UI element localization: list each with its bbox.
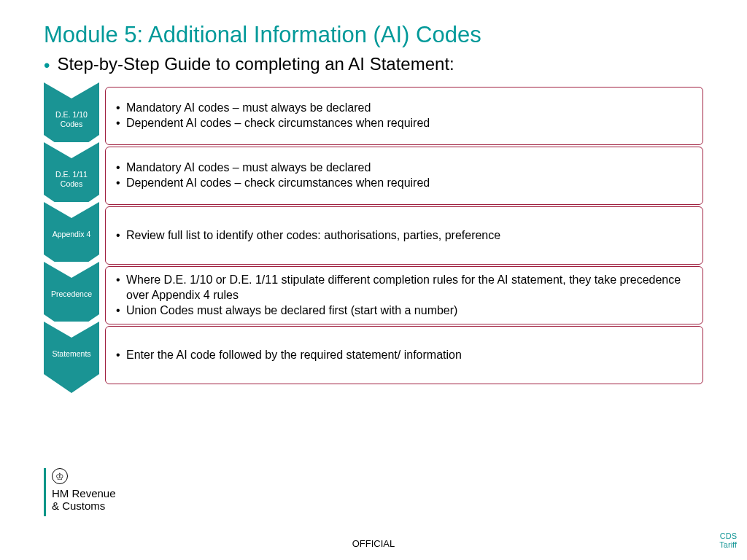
chevron-icon: Appendix 4 (44, 206, 99, 265)
step-box: Mandatory AI codes – must always be decl… (105, 147, 703, 205)
chevron-label: Appendix 4 (44, 230, 99, 239)
step-row: Appendix 4 Review full list to identify … (44, 206, 703, 265)
subtitle-text: Step-by-Step Guide to completing an AI S… (57, 54, 454, 74)
step-row: Precedence Where D.E. 1/10 or D.E. 1/11 … (44, 266, 703, 324)
chevron-label: Statements (44, 349, 99, 359)
slide-title: Module 5: Additional Information (AI) Co… (44, 22, 703, 48)
logo-text-line1: HM Revenue (52, 487, 116, 499)
chevron-icon: D.E. 1/10 Codes (44, 87, 99, 145)
step-box: Enter the AI code followed by the requir… (105, 326, 703, 384)
chevron-icon: D.E. 1/11 Codes (44, 147, 99, 205)
chevron-label: D.E. 1/11 Codes (44, 170, 99, 188)
logo-accent-bar (44, 468, 46, 516)
footer-right-text: CDS Tariff (716, 532, 737, 549)
steps-container: D.E. 1/10 Codes Mandatory AI codes – mus… (44, 87, 703, 386)
step-item: Dependent AI codes – check circumstances… (116, 116, 692, 131)
chevron-icon: Precedence (44, 266, 99, 324)
step-item: Review full list to identify other codes… (116, 228, 692, 244)
logo-text-line2: & Customs (52, 499, 116, 512)
chevron-label: Precedence (44, 289, 99, 299)
step-item: Enter the AI code followed by the requir… (116, 348, 692, 363)
step-item: Union Codes must always be declared firs… (116, 303, 692, 319)
hmrc-logo: ♔ HM Revenue & Customs (44, 468, 116, 516)
step-box: Mandatory AI codes – must always be decl… (105, 87, 703, 145)
step-row: D.E. 1/10 Codes Mandatory AI codes – mus… (44, 87, 703, 145)
step-box: Review full list to identify other codes… (105, 206, 703, 265)
bullet-icon: • (44, 54, 50, 77)
chevron-label: D.E. 1/10 Codes (44, 110, 99, 128)
step-item: Mandatory AI codes – must always be decl… (116, 101, 692, 116)
subtitle-row: • Step-by-Step Guide to completing an AI… (44, 54, 703, 77)
step-item: Mandatory AI codes – must always be decl… (116, 160, 692, 176)
step-row: D.E. 1/11 Codes Mandatory AI codes – mus… (44, 147, 703, 205)
crown-icon: ♔ (52, 468, 68, 484)
step-item: Where D.E. 1/10 or D.E. 1/11 stipulate d… (116, 273, 692, 303)
step-row: Statements Enter the AI code followed by… (44, 326, 703, 384)
step-item: Dependent AI codes – check circumstances… (116, 176, 692, 191)
chevron-icon: Statements (44, 326, 99, 384)
step-box: Where D.E. 1/10 or D.E. 1/11 stipulate d… (105, 266, 703, 324)
footer-classification: OFFICIAL (352, 538, 395, 549)
